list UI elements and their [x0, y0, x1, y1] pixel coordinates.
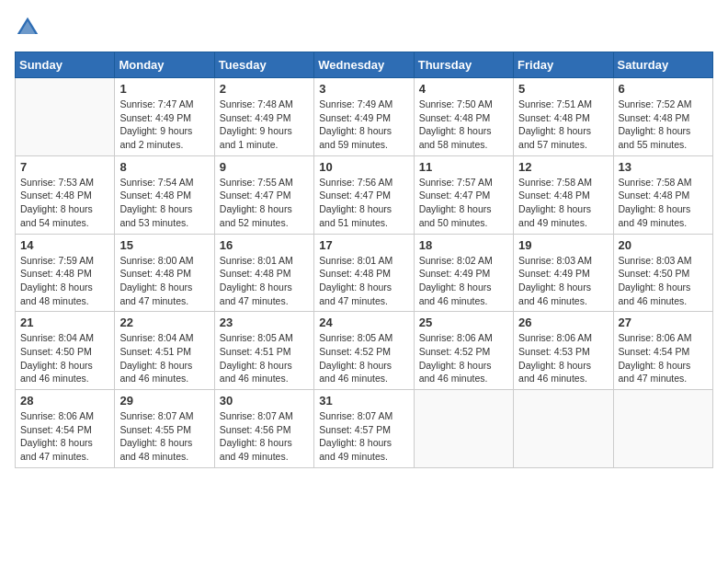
calendar-cell: 21Sunrise: 8:04 AMSunset: 4:50 PMDayligh…	[16, 312, 115, 390]
calendar-cell: 8Sunrise: 7:54 AMSunset: 4:48 PMDaylight…	[115, 155, 214, 234]
day-number: 10	[319, 160, 408, 174]
calendar-cell: 25Sunrise: 8:06 AMSunset: 4:52 PMDayligh…	[414, 312, 513, 390]
calendar-cell: 13Sunrise: 7:58 AMSunset: 4:48 PMDayligh…	[613, 155, 712, 234]
calendar-cell	[613, 390, 712, 468]
calendar-cell: 4Sunrise: 7:50 AMSunset: 4:48 PMDaylight…	[414, 78, 513, 156]
weekday-header-saturday: Saturday	[613, 52, 712, 78]
logo-icon	[15, 15, 40, 40]
day-info: Sunrise: 7:47 AMSunset: 4:49 PMDaylight:…	[119, 98, 209, 152]
calendar-cell: 16Sunrise: 8:01 AMSunset: 4:48 PMDayligh…	[214, 234, 313, 312]
day-number: 22	[119, 316, 209, 329]
calendar-cell: 23Sunrise: 8:05 AMSunset: 4:51 PMDayligh…	[214, 312, 313, 390]
calendar-cell: 6Sunrise: 7:52 AMSunset: 4:48 PMDaylight…	[613, 78, 712, 156]
day-info: Sunrise: 7:52 AMSunset: 4:48 PMDaylight:…	[619, 98, 708, 152]
calendar-cell: 11Sunrise: 7:57 AMSunset: 4:47 PMDayligh…	[414, 155, 513, 234]
weekday-header-tuesday: Tuesday	[214, 52, 313, 78]
day-number: 16	[220, 238, 309, 252]
day-number: 28	[20, 394, 109, 408]
calendar-cell: 29Sunrise: 8:07 AMSunset: 4:55 PMDayligh…	[115, 390, 214, 468]
day-info: Sunrise: 8:06 AMSunset: 4:54 PMDaylight:…	[619, 331, 708, 385]
day-info: Sunrise: 7:54 AMSunset: 4:48 PMDaylight:…	[119, 176, 209, 230]
week-row-2: 7Sunrise: 7:53 AMSunset: 4:48 PMDaylight…	[16, 155, 713, 234]
day-info: Sunrise: 8:01 AMSunset: 4:48 PMDaylight:…	[220, 254, 309, 308]
day-info: Sunrise: 8:07 AMSunset: 4:56 PMDaylight:…	[220, 409, 309, 464]
day-number: 26	[518, 316, 608, 329]
day-info: Sunrise: 7:57 AMSunset: 4:47 PMDaylight:…	[419, 176, 508, 230]
day-info: Sunrise: 8:06 AMSunset: 4:52 PMDaylight:…	[419, 331, 508, 385]
day-info: Sunrise: 7:59 AMSunset: 4:48 PMDaylight:…	[20, 254, 109, 308]
day-number: 3	[319, 82, 408, 96]
day-number: 27	[619, 316, 708, 329]
weekday-header-row: SundayMondayTuesdayWednesdayThursdayFrid…	[16, 52, 713, 78]
day-info: Sunrise: 7:53 AMSunset: 4:48 PMDaylight:…	[20, 176, 109, 230]
day-number: 13	[619, 160, 708, 174]
day-number: 30	[220, 394, 309, 408]
day-info: Sunrise: 8:05 AMSunset: 4:51 PMDaylight:…	[220, 331, 309, 385]
day-info: Sunrise: 8:04 AMSunset: 4:50 PMDaylight:…	[20, 331, 109, 385]
weekday-header-monday: Monday	[115, 52, 214, 78]
day-number: 31	[319, 394, 408, 408]
calendar-cell: 22Sunrise: 8:04 AMSunset: 4:51 PMDayligh…	[115, 312, 214, 390]
day-number: 25	[419, 316, 508, 329]
calendar-cell: 14Sunrise: 7:59 AMSunset: 4:48 PMDayligh…	[16, 234, 115, 312]
day-number: 21	[20, 316, 109, 329]
calendar-cell: 9Sunrise: 7:55 AMSunset: 4:47 PMDaylight…	[214, 155, 313, 234]
day-number: 24	[319, 316, 408, 329]
day-info: Sunrise: 8:02 AMSunset: 4:49 PMDaylight:…	[419, 254, 508, 308]
weekday-header-sunday: Sunday	[16, 52, 115, 78]
calendar-cell	[414, 390, 513, 468]
day-info: Sunrise: 7:58 AMSunset: 4:48 PMDaylight:…	[619, 176, 708, 230]
day-number: 29	[119, 394, 209, 408]
day-info: Sunrise: 8:07 AMSunset: 4:57 PMDaylight:…	[319, 409, 408, 464]
logo	[15, 15, 44, 40]
day-info: Sunrise: 8:07 AMSunset: 4:55 PMDaylight:…	[119, 409, 209, 464]
day-number: 1	[119, 82, 209, 96]
day-info: Sunrise: 7:48 AMSunset: 4:49 PMDaylight:…	[220, 98, 309, 152]
day-info: Sunrise: 7:51 AMSunset: 4:48 PMDaylight:…	[518, 98, 608, 152]
calendar-cell: 5Sunrise: 7:51 AMSunset: 4:48 PMDaylight…	[514, 78, 613, 156]
day-number: 8	[119, 160, 209, 174]
day-info: Sunrise: 7:50 AMSunset: 4:48 PMDaylight:…	[419, 98, 508, 152]
day-number: 14	[20, 238, 109, 252]
day-number: 5	[518, 82, 608, 96]
calendar-cell	[514, 390, 613, 468]
page-header	[15, 15, 713, 40]
day-number: 6	[619, 82, 708, 96]
day-info: Sunrise: 7:58 AMSunset: 4:48 PMDaylight:…	[518, 176, 608, 230]
day-info: Sunrise: 8:00 AMSunset: 4:48 PMDaylight:…	[119, 254, 209, 308]
calendar-cell: 15Sunrise: 8:00 AMSunset: 4:48 PMDayligh…	[115, 234, 214, 312]
week-row-1: 1Sunrise: 7:47 AMSunset: 4:49 PMDaylight…	[16, 78, 713, 156]
calendar-cell: 26Sunrise: 8:06 AMSunset: 4:53 PMDayligh…	[514, 312, 613, 390]
calendar-cell: 12Sunrise: 7:58 AMSunset: 4:48 PMDayligh…	[514, 155, 613, 234]
calendar-cell: 20Sunrise: 8:03 AMSunset: 4:50 PMDayligh…	[613, 234, 712, 312]
day-info: Sunrise: 8:06 AMSunset: 4:53 PMDaylight:…	[518, 331, 608, 385]
day-number: 20	[619, 238, 708, 252]
calendar-cell: 3Sunrise: 7:49 AMSunset: 4:49 PMDaylight…	[314, 78, 414, 156]
calendar-cell: 31Sunrise: 8:07 AMSunset: 4:57 PMDayligh…	[314, 390, 414, 468]
day-number: 17	[319, 238, 408, 252]
weekday-header-wednesday: Wednesday	[314, 52, 414, 78]
day-number: 2	[220, 82, 309, 96]
day-number: 12	[518, 160, 608, 174]
week-row-5: 28Sunrise: 8:06 AMSunset: 4:54 PMDayligh…	[16, 390, 713, 468]
weekday-header-thursday: Thursday	[414, 52, 513, 78]
day-info: Sunrise: 7:55 AMSunset: 4:47 PMDaylight:…	[220, 176, 309, 230]
calendar-cell: 24Sunrise: 8:05 AMSunset: 4:52 PMDayligh…	[314, 312, 414, 390]
calendar-cell: 19Sunrise: 8:03 AMSunset: 4:49 PMDayligh…	[514, 234, 613, 312]
day-info: Sunrise: 8:03 AMSunset: 4:49 PMDaylight:…	[518, 254, 608, 308]
week-row-3: 14Sunrise: 7:59 AMSunset: 4:48 PMDayligh…	[16, 234, 713, 312]
day-number: 11	[419, 160, 508, 174]
calendar-cell: 7Sunrise: 7:53 AMSunset: 4:48 PMDaylight…	[16, 155, 115, 234]
day-number: 15	[119, 238, 209, 252]
calendar-cell: 28Sunrise: 8:06 AMSunset: 4:54 PMDayligh…	[16, 390, 115, 468]
day-number: 4	[419, 82, 508, 96]
weekday-header-friday: Friday	[514, 52, 613, 78]
week-row-4: 21Sunrise: 8:04 AMSunset: 4:50 PMDayligh…	[16, 312, 713, 390]
calendar-cell: 2Sunrise: 7:48 AMSunset: 4:49 PMDaylight…	[214, 78, 313, 156]
day-info: Sunrise: 7:49 AMSunset: 4:49 PMDaylight:…	[319, 98, 408, 152]
calendar-table: SundayMondayTuesdayWednesdayThursdayFrid…	[15, 52, 713, 468]
day-number: 18	[419, 238, 508, 252]
day-info: Sunrise: 8:06 AMSunset: 4:54 PMDaylight:…	[20, 409, 109, 464]
day-info: Sunrise: 7:56 AMSunset: 4:47 PMDaylight:…	[319, 176, 408, 230]
day-info: Sunrise: 8:04 AMSunset: 4:51 PMDaylight:…	[119, 331, 209, 385]
